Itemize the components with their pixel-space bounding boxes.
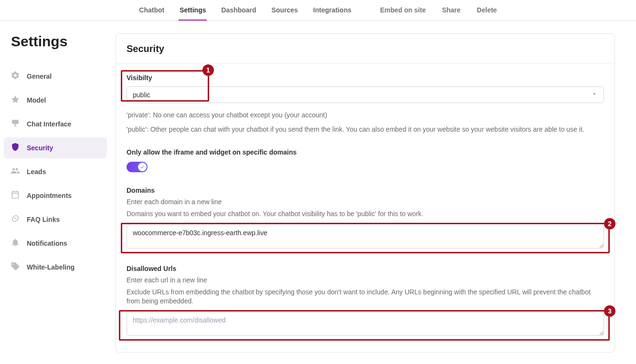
tab-chatbot[interactable]: Chatbot [138, 0, 165, 21]
calendar-icon [11, 190, 20, 201]
action-share[interactable]: Share [441, 0, 462, 21]
iframe-toggle[interactable] [127, 162, 148, 172]
bell-icon [11, 238, 20, 249]
chevron-down-icon [591, 91, 598, 99]
callout-badge-2: 2 [604, 218, 615, 229]
sidebar-item-label: Security [27, 144, 53, 152]
sidebar-item-label: General [27, 73, 52, 80]
toggle-knob [138, 163, 147, 171]
domains-descr: Domains you want to embed your chatbot o… [127, 209, 604, 219]
visibility-select[interactable]: public [127, 86, 604, 103]
users-icon [11, 166, 20, 177]
disallowed-subhint: Enter each url in a new line [127, 276, 604, 284]
sidebar-item-label: Notifications [27, 239, 67, 247]
domains-label: Domains [127, 187, 604, 194]
top-nav: Chatbot Settings Dashboard Sources Integ… [0, 0, 636, 21]
card-title: Security [127, 43, 604, 54]
iframe-toggle-label: Only allow the iframe and widget on spec… [127, 148, 604, 156]
action-embed-on-site[interactable]: Embed on site [379, 0, 427, 21]
disallowed-descr: Exclude URLs from embedding the chatbot … [127, 288, 604, 306]
sidebar-item-chat-interface[interactable]: Chat Interface [4, 114, 107, 135]
visibility-hint-private: 'private': No one can access your chatbo… [127, 111, 604, 120]
tab-dashboard[interactable]: Dashboard [220, 0, 257, 21]
sidebar-item-appointments[interactable]: Appointments [4, 185, 107, 206]
gear-icon [11, 71, 20, 82]
sidebar-item-security[interactable]: Security [4, 137, 107, 158]
callout-badge-1: 1 [202, 64, 214, 76]
sidebar-item-label: Appointments [27, 192, 72, 199]
tags-icon [11, 261, 20, 273]
sidebar-item-label: Chat Interface [27, 120, 71, 128]
sidebar-item-model[interactable]: Model [4, 90, 107, 111]
sidebar-item-label: FAQ Links [27, 216, 60, 223]
page-title: Settings [11, 33, 107, 50]
link-icon [11, 214, 20, 225]
visibility-hint-public: 'public': Other people can chat with you… [127, 125, 604, 135]
sidebar-item-general[interactable]: General [4, 66, 107, 87]
sidebar-item-label: White-Labeling [27, 263, 74, 271]
settings-sidebar: General Model Chat Interface Security [4, 66, 107, 278]
disallowed-textarea[interactable] [127, 311, 604, 336]
tab-integrations[interactable]: Integrations [312, 0, 352, 21]
domains-textarea[interactable] [127, 224, 604, 249]
monitor-icon [11, 118, 20, 130]
star-icon [11, 94, 20, 106]
callout-badge-3: 3 [604, 305, 615, 317]
domains-subhint: Enter each domain in a new line [127, 198, 604, 206]
tab-sources[interactable]: Sources [271, 0, 299, 21]
shield-icon [11, 142, 20, 154]
visibility-value: public [133, 91, 150, 99]
disallowed-label: Disallowed Urls [127, 265, 604, 272]
sidebar-item-label: Leads [27, 168, 46, 176]
security-card: Security Visibilty public 1 'private': N… [116, 33, 615, 353]
sidebar-item-leads[interactable]: Leads [4, 161, 107, 182]
tab-settings[interactable]: Settings [179, 0, 207, 21]
sidebar-item-faq-links[interactable]: FAQ Links [4, 209, 107, 230]
sidebar-item-notifications[interactable]: Notifications [4, 233, 107, 254]
action-delete[interactable]: Delete [476, 0, 498, 21]
visibility-label: Visibilty [127, 74, 604, 82]
sidebar-item-label: Model [27, 96, 46, 104]
sidebar-item-white-labeling[interactable]: White-Labeling [4, 257, 107, 278]
